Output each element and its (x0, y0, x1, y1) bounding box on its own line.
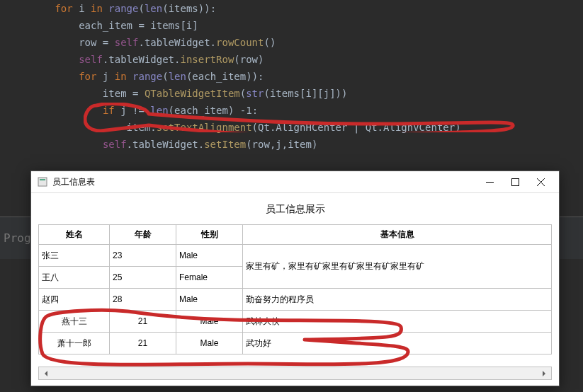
table-row[interactable]: 张三23Male家里有矿，家里有矿家里有矿家里有矿家里有矿 (39, 245, 552, 267)
table-row[interactable]: 燕十三21Male武林大侠 (39, 311, 552, 333)
data-table[interactable]: 姓名年龄性别基本信息 张三23Male家里有矿，家里有矿家里有矿家里有矿家里有矿… (38, 224, 552, 354)
code-line: each_item = items[i] (7, 17, 583, 34)
code-editor[interactable]: for i in range(len(items)): each_item = … (0, 0, 583, 153)
cell-name[interactable]: 燕十三 (39, 311, 110, 333)
cell-info[interactable]: 勤奋努力的程序员 (243, 289, 552, 311)
scroll-right-icon[interactable] (538, 369, 550, 379)
cell-age[interactable]: 21 (110, 311, 176, 333)
cell-age[interactable]: 28 (110, 289, 176, 311)
code-line: if j != len(each_item) -1: (7, 102, 583, 119)
svg-rect-0 (38, 178, 47, 186)
cell-name[interactable]: 王八 (39, 267, 110, 289)
code-line: row = self.tableWidget.rowCount() (7, 34, 583, 51)
cell-gender[interactable]: Male (176, 245, 243, 267)
table-heading: 员工信息展示 (38, 199, 552, 224)
code-line: item.setTextAlignment(Qt.AlignHCenter | … (7, 119, 583, 136)
cell-info[interactable]: 武林大侠 (243, 311, 552, 333)
title-bar[interactable]: 员工信息表 (31, 171, 559, 193)
cell-gender[interactable]: Female (176, 267, 243, 289)
cell-age[interactable]: 23 (110, 245, 176, 267)
cell-age[interactable]: 21 (110, 333, 176, 354)
cell-age[interactable]: 25 (110, 267, 176, 289)
table-row[interactable]: 赵四28Male勤奋努力的程序员 (39, 289, 552, 311)
cell-gender[interactable]: Male (176, 311, 243, 333)
maximize-button[interactable] (502, 172, 528, 192)
svg-rect-1 (40, 179, 45, 180)
app-window: 员工信息表 员工信息展示 姓名年龄性别基本信息 张三23Male家里有矿，家里有… (30, 171, 560, 386)
cell-name[interactable]: 萧十一郎 (39, 333, 110, 354)
horizontal-scrollbar[interactable] (38, 367, 552, 380)
cell-gender[interactable]: Male (176, 333, 243, 354)
column-header[interactable]: 基本信息 (243, 225, 552, 245)
window-title: 员工信息表 (52, 176, 477, 188)
minimize-button[interactable] (477, 172, 502, 192)
code-line: for j in range(len(each_item)): (7, 68, 583, 85)
column-header[interactable]: 年龄 (110, 225, 176, 245)
table-row[interactable]: 萧十一郎21Male武功好 (39, 333, 552, 354)
svg-rect-3 (511, 178, 519, 185)
cell-gender[interactable]: Male (176, 289, 243, 311)
close-button[interactable] (528, 172, 553, 192)
code-line: self.tableWidget.insertRow(row) (7, 51, 583, 68)
code-line: item = QTableWidgetItem(str(items[i][j])… (7, 85, 583, 102)
scroll-left-icon[interactable] (40, 369, 52, 379)
column-header[interactable]: 姓名 (39, 225, 110, 245)
code-line: for i in range(len(items)): (7, 0, 583, 17)
cell-info[interactable]: 家里有矿，家里有矿家里有矿家里有矿家里有矿 (243, 245, 552, 289)
cell-name[interactable]: 赵四 (39, 289, 110, 311)
column-header[interactable]: 性别 (176, 225, 243, 245)
code-line: self.tableWidget.setItem(row,j,item) (7, 136, 583, 153)
cell-info[interactable]: 武功好 (243, 333, 552, 354)
cell-name[interactable]: 张三 (39, 245, 110, 267)
app-icon (37, 176, 48, 188)
